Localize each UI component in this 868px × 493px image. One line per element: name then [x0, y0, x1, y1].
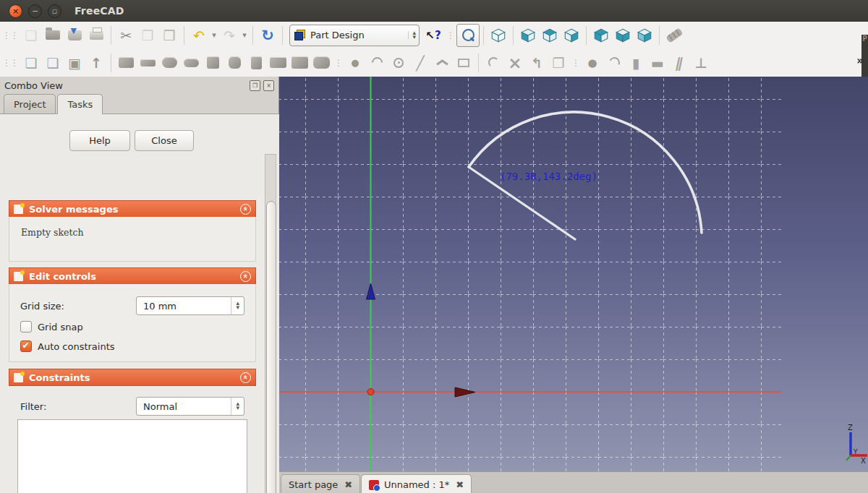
auto-constraints-checkbox[interactable] — [20, 340, 32, 352]
open-document-button[interactable] — [42, 25, 64, 46]
refresh-button[interactable]: ↻ — [257, 25, 278, 46]
redo-button[interactable]: ↷ — [218, 25, 240, 46]
create-line-button[interactable]: ╱ — [409, 52, 431, 74]
help-button[interactable]: Help — [69, 130, 130, 151]
redo-dropdown[interactable]: ▾ — [240, 25, 249, 46]
grid-size-spinner[interactable]: ▴▾ — [231, 297, 244, 314]
tasks-page: Help Close Solver messages « Empty sketc… — [0, 113, 279, 493]
create-rectangle-button[interactable] — [453, 52, 475, 74]
whats-this-button[interactable]: ↖? — [422, 25, 444, 46]
filter-spinner[interactable]: ▴▾ — [231, 398, 244, 415]
window-minimize-button[interactable]: − — [28, 4, 42, 18]
bottom-view-button[interactable] — [634, 25, 655, 46]
tab-tasks[interactable]: Tasks — [57, 94, 103, 114]
cut-button[interactable]: ✂ — [115, 25, 137, 46]
combo-view-tabs: Project Tasks — [0, 94, 104, 114]
pocket-button[interactable] — [137, 52, 158, 74]
window-maximize-button[interactable]: ▫ — [48, 4, 61, 18]
create-fillet-button[interactable] — [482, 52, 504, 74]
window-close-button[interactable]: × — [9, 4, 22, 18]
mirrored-button[interactable] — [267, 52, 289, 74]
revolution-button[interactable] — [158, 52, 180, 74]
front-view-button[interactable] — [517, 25, 539, 46]
create-sketch-button[interactable]: ❏ — [20, 52, 42, 74]
constraint-vertical-button[interactable]: ▮ — [625, 52, 647, 74]
toolbar-drag-handle[interactable]: ⋮ — [571, 58, 579, 68]
create-polyline-button[interactable] — [431, 52, 453, 74]
tasks-scrollbar[interactable]: ▾ — [265, 154, 276, 493]
constraint-perpendicular-button[interactable]: ⊥ — [690, 52, 712, 74]
constraint-coincident-button[interactable]: ● — [582, 52, 603, 74]
map-sketch-button[interactable]: ▣ — [64, 52, 85, 74]
tab-project[interactable]: Project — [4, 94, 56, 114]
toolbar-overflow-button[interactable]: » — [856, 54, 864, 67]
workbench-selector[interactable]: Part Design ▴▾ — [289, 25, 420, 46]
rear-view-button[interactable] — [590, 25, 612, 46]
external-geometry-button[interactable]: ↰ — [526, 52, 548, 74]
workbench-spinner[interactable]: ▴▾ — [408, 31, 416, 39]
right-view-button[interactable] — [561, 25, 582, 46]
fit-all-button[interactable] — [456, 24, 480, 47]
left-view-button[interactable] — [612, 25, 634, 46]
toolbar-drag-handle[interactable]: ⋮ — [446, 30, 454, 40]
tab-unnamed-document[interactable]: Unnamed : 1* ✖ — [361, 474, 472, 493]
edit-sketch-button[interactable]: ❏ — [42, 52, 64, 74]
tangent-icon — [607, 56, 621, 69]
fillet-button[interactable] — [202, 52, 224, 74]
chamfer-button[interactable] — [224, 52, 245, 74]
constraint-parallel-button[interactable]: ∥ — [666, 52, 692, 74]
open-folder-icon — [46, 30, 60, 40]
toolbar-drag-handle[interactable]: ⋮⋮ — [2, 30, 18, 40]
solver-messages-header[interactable]: Solver messages « — [9, 200, 256, 218]
toolbar-drag-handle[interactable]: ⋮⋮ — [2, 58, 18, 68]
carbon-copy-button[interactable]: ❐ — [548, 52, 569, 74]
tab-start-page[interactable]: Start page ✖ — [281, 474, 360, 493]
edit-controls-header[interactable]: Edit controls « — [9, 267, 256, 285]
grid-snap-checkbox[interactable] — [20, 321, 32, 333]
polar-pattern-button[interactable] — [310, 52, 332, 74]
separator — [478, 53, 479, 72]
origin-point[interactable] — [367, 389, 374, 395]
constraints-header[interactable]: Constraints « — [9, 369, 256, 386]
create-arc-button[interactable] — [366, 52, 388, 74]
new-document-button[interactable]: ❏ — [20, 25, 42, 46]
constraint-filter-dropdown[interactable]: Normal ▴▾ — [136, 397, 244, 416]
linear-pattern-button[interactable] — [289, 52, 310, 74]
pad-button[interactable] — [115, 52, 137, 74]
create-point-button[interactable]: ● — [344, 52, 366, 74]
trim-edge-button[interactable]: × — [504, 52, 526, 74]
groove-button[interactable] — [180, 52, 202, 74]
axonometric-view-button[interactable] — [488, 25, 509, 46]
draft-button[interactable] — [245, 52, 267, 74]
leave-sketch-button[interactable]: ↑ — [85, 52, 107, 74]
panel-float-button[interactable]: ❐ — [250, 80, 260, 91]
create-circle-button[interactable] — [388, 52, 409, 74]
close-tab-icon[interactable]: ✖ — [456, 479, 464, 490]
measure-button[interactable] — [663, 25, 685, 46]
scrollbar-thumb[interactable] — [266, 201, 276, 493]
save-button[interactable] — [64, 25, 85, 46]
3d-viewport[interactable]: (79.3R,143.2deg) Z Y X — [279, 77, 868, 471]
collapse-icon[interactable]: « — [240, 372, 251, 383]
close-task-button[interactable]: Close — [135, 130, 194, 151]
toolbar-drag-handle[interactable]: ⋮ — [334, 58, 342, 68]
undo-dropdown[interactable]: ▾ — [210, 25, 218, 46]
undo-button[interactable]: ↶ — [188, 25, 210, 46]
panel-close-button[interactable]: × — [263, 80, 274, 91]
sketch-canvas[interactable]: (79.3R,143.2deg) Z Y X — [279, 77, 868, 471]
constraint-tangent-button[interactable] — [603, 52, 625, 74]
grid-size-spinbox[interactable]: 10 mm ▴▾ — [136, 296, 244, 315]
ruler-icon — [665, 28, 682, 43]
close-tab-icon[interactable]: ✖ — [344, 479, 352, 490]
magnifier-icon — [462, 29, 475, 41]
constraint-horizontal-button[interactable]: ▬ — [647, 52, 668, 74]
document-tab-strip: Start page ✖ Unnamed : 1* ✖ — [279, 471, 868, 493]
collapse-icon[interactable]: « — [240, 204, 251, 215]
top-view-cube-icon — [541, 27, 558, 44]
paste-button[interactable]: ❒ — [158, 25, 180, 46]
print-button[interactable] — [85, 25, 107, 46]
constraints-list[interactable] — [17, 419, 247, 493]
top-view-button[interactable] — [539, 25, 561, 46]
collapse-icon[interactable]: « — [240, 271, 251, 282]
copy-button[interactable]: ❐ — [137, 25, 158, 46]
